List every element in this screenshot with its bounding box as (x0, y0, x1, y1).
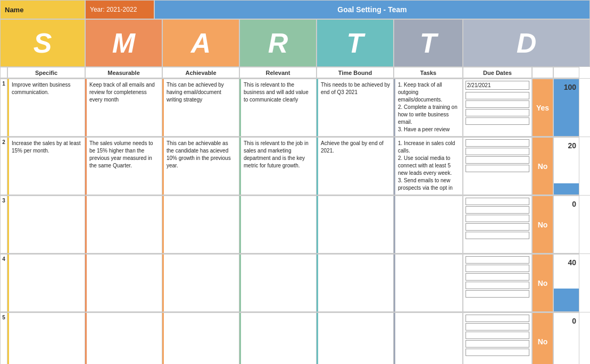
due-date-line[interactable] (466, 282, 529, 289)
smart-s: S (0, 19, 85, 67)
due-date-line[interactable] (466, 349, 529, 356)
due-date-line[interactable] (466, 109, 529, 116)
due-date-line[interactable] (466, 156, 529, 164)
table-row: 1 Improve written business communication… (0, 79, 590, 137)
percent-bar (554, 183, 579, 194)
row-number: 2 (0, 137, 7, 195)
table-row: 4 No 40 (0, 254, 590, 312)
due-date-line[interactable] (466, 290, 529, 298)
measurable-cell[interactable] (85, 312, 162, 364)
page-wrapper: Name Year: 2021-2022 Goal Setting - Team… (0, 0, 590, 364)
relevant-cell[interactable]: This is relevant to the business and wil… (239, 79, 317, 137)
tasks-cell[interactable] (394, 196, 463, 253)
row-number: 3 (0, 196, 7, 253)
smart-a: A (162, 19, 239, 67)
due-date-line[interactable] (466, 323, 529, 331)
percent-cell: 20 (553, 137, 579, 195)
due-date-line[interactable] (466, 100, 529, 108)
relevant-cell[interactable] (239, 312, 317, 364)
due-date-value: 2/21/2021 (466, 81, 529, 90)
timebound-cell[interactable]: This needs to be achieved by end of Q3 2… (317, 79, 394, 137)
due-dates-cell[interactable] (463, 254, 532, 312)
due-date-line[interactable] (466, 117, 529, 125)
relevant-cell[interactable] (239, 196, 317, 253)
table-row: 3 No 0 (0, 196, 590, 254)
achieved-cell: Yes (532, 79, 553, 137)
due-date-line[interactable] (466, 340, 529, 348)
tasks-cell[interactable]: 1. Keep track of all outgoing emails/doc… (394, 79, 463, 137)
row-number: 1 (0, 79, 7, 137)
achievable-cell[interactable] (162, 196, 239, 253)
percent-cell: 0 (553, 196, 579, 253)
achievable-cell[interactable] (162, 254, 239, 312)
due-date-line[interactable] (466, 198, 529, 205)
tasks-cell[interactable] (394, 254, 463, 312)
achievable-cell[interactable] (162, 312, 239, 364)
due-date-line[interactable] (466, 232, 529, 239)
due-date-line[interactable] (466, 215, 529, 222)
due-date-line[interactable] (466, 256, 529, 264)
due-date-line[interactable] (466, 206, 529, 214)
name-label: Name (5, 6, 23, 14)
col-achievable-header: Achievable (162, 67, 239, 78)
page-title: Goal Setting - Team (337, 5, 406, 14)
specific-cell[interactable]: Improve written business communication. (7, 79, 85, 137)
measurable-cell[interactable]: Keep track of all emails and review for … (85, 79, 162, 137)
timebound-cell[interactable]: Achieve the goal by end of 2021. (317, 137, 394, 195)
due-date-line[interactable] (466, 139, 529, 147)
due-dates-cell[interactable] (463, 196, 532, 253)
col-achieved-header (532, 67, 553, 78)
due-date-line[interactable] (466, 265, 529, 272)
specific-cell[interactable] (7, 312, 85, 364)
tasks-cell[interactable] (394, 312, 463, 364)
due-date-line[interactable] (466, 223, 529, 231)
header-row: Name Year: 2021-2022 Goal Setting - Team (0, 0, 590, 19)
percent-value: 40 (556, 258, 576, 267)
timebound-cell[interactable] (317, 312, 394, 364)
due-date-line[interactable] (466, 92, 529, 99)
tasks-cell[interactable]: 1. Increase in sales cold calls.2. Use s… (394, 137, 463, 195)
measurable-cell[interactable] (85, 254, 162, 312)
specific-cell[interactable]: Increase the sales by at least 15% per m… (7, 137, 85, 195)
due-date-line[interactable] (466, 148, 529, 155)
due-date-line[interactable] (466, 332, 529, 339)
timebound-cell[interactable] (317, 196, 394, 253)
col-measurable-header: Measurable (85, 67, 162, 78)
column-header-row: Specific Measurable Achievable Relevant … (0, 67, 590, 79)
relevant-cell[interactable] (239, 254, 317, 312)
col-timebound-header: Time Bound (317, 67, 394, 78)
percent-value: 0 (556, 317, 576, 325)
col-percent-header (553, 67, 579, 78)
due-dates-cell[interactable]: 2/21/2021 (463, 79, 532, 137)
row-number: 5 (0, 312, 7, 364)
achievable-cell[interactable]: This can be achieved by having email/doc… (162, 79, 239, 137)
name-cell: Name (0, 0, 85, 19)
specific-cell[interactable] (7, 254, 85, 312)
relevant-cell[interactable]: This is relevant to the job in sales and… (239, 137, 317, 195)
due-date-line[interactable] (466, 165, 529, 172)
percent-cell: 100 (553, 79, 579, 137)
col-num-header (0, 67, 7, 78)
due-date-line[interactable] (466, 273, 529, 281)
percent-value: 100 (556, 83, 576, 91)
col-specific-header: Specific (7, 67, 85, 78)
year-cell: Year: 2021-2022 (85, 0, 154, 19)
due-dates-cell[interactable] (463, 137, 532, 195)
measurable-cell[interactable] (85, 196, 162, 253)
achieved-cell: No (532, 254, 553, 312)
achievable-cell[interactable]: This can be achievable as the candidate … (162, 137, 239, 195)
percent-bar (554, 289, 579, 311)
due-dates-cell[interactable] (463, 312, 532, 364)
percent-value: 0 (556, 200, 576, 208)
smart-r: R (239, 19, 317, 67)
smart-t1: T (317, 19, 394, 67)
measurable-cell[interactable]: The sales volume needs to be 15% higher … (85, 137, 162, 195)
achieved-cell: No (532, 312, 553, 364)
specific-cell[interactable] (7, 196, 85, 253)
data-rows-container: 1 Improve written business communication… (0, 79, 590, 364)
title-cell: Goal Setting - Team (154, 0, 590, 19)
due-date-line[interactable] (466, 315, 529, 322)
timebound-cell[interactable] (317, 254, 394, 312)
smart-row: S M A R T T D (0, 19, 590, 67)
col-tasks-header: Tasks (394, 67, 463, 78)
